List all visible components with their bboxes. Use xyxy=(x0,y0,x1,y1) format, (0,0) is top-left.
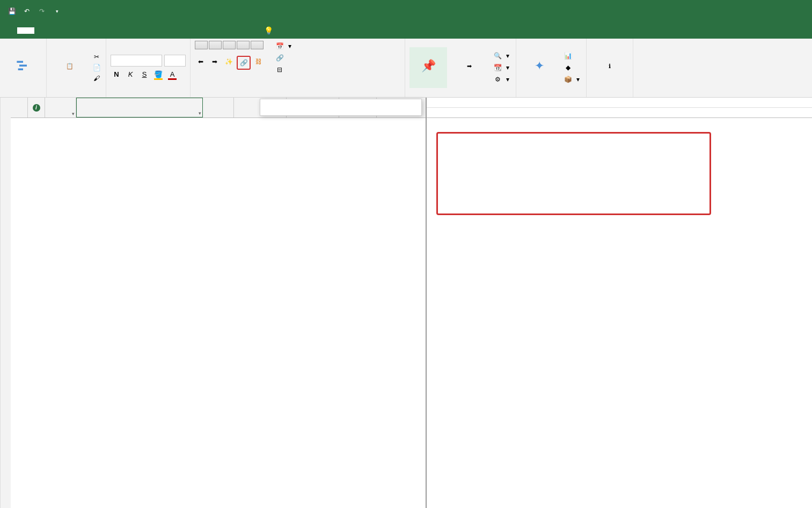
save-icon[interactable]: 💾 xyxy=(5,5,18,18)
svg-rect-0 xyxy=(17,61,23,63)
ribbon: 📋 ✂ 📄 🖌 N K S 🪣 xyxy=(0,39,812,98)
group-portapapeles: 📋 ✂ 📄 🖌 xyxy=(47,39,106,97)
tab-recurso[interactable] xyxy=(34,27,52,34)
update-schedule-button[interactable]: 📅 ▾ xyxy=(273,41,294,51)
tab-vista[interactable] xyxy=(86,27,103,34)
group-programacion: ⬅ ➡ ✨ 🔗 ⛓ 📅 ▾ 🔗 ⊟ xyxy=(191,39,405,97)
tab-formato[interactable] xyxy=(174,27,191,34)
mode-icon: ⚙ xyxy=(493,75,502,84)
bold-button[interactable]: N xyxy=(111,69,122,80)
title-bar: 💾 ↶ ↷ ▾ xyxy=(0,0,812,23)
col-mode[interactable]: ▾ xyxy=(45,98,76,117)
info-icon: ℹ xyxy=(601,58,618,75)
paste-button[interactable]: 📋 xyxy=(51,47,89,88)
pct-0-button[interactable] xyxy=(195,41,208,49)
ribbon-tabs: 💡 xyxy=(0,23,812,39)
undo-icon[interactable]: ↶ xyxy=(20,5,33,18)
col-info[interactable]: i xyxy=(28,98,45,117)
deactivate-button[interactable]: ⊟ xyxy=(273,64,294,75)
tell-me-search[interactable]: 💡 xyxy=(255,23,285,38)
svg-rect-1 xyxy=(19,64,27,67)
font-name-input[interactable] xyxy=(111,55,162,67)
info-header-icon: i xyxy=(33,104,40,112)
deactivate-icon: ⊟ xyxy=(275,65,284,74)
update-icon: 📅 xyxy=(275,42,284,50)
main-area: i ▾ ▾ xyxy=(0,98,812,508)
link-tasks-button[interactable]: 🔗 xyxy=(237,56,251,70)
mode-button[interactable]: ⚙ ▾ xyxy=(491,74,511,85)
group-tareas: 📌 ➡ 🔍 ▾ 📆 ▾ ⚙ ▾ xyxy=(405,39,516,97)
percent-complete-buttons xyxy=(195,41,265,49)
milestone-icon: ◆ xyxy=(564,63,572,72)
unlink-tasks-icon[interactable]: ⛓ xyxy=(253,56,265,68)
deliverable-icon: 📦 xyxy=(564,75,572,84)
group-propiedades: ℹ xyxy=(587,39,633,97)
tab-archivo[interactable] xyxy=(0,27,17,34)
task-icon: ✦ xyxy=(531,58,548,75)
tab-ayuda[interactable] xyxy=(103,27,120,34)
move-icon: 📆 xyxy=(493,63,502,72)
view-label xyxy=(0,98,11,508)
font-size-input[interactable] xyxy=(164,55,186,67)
respect-links-button[interactable]: 🔗 xyxy=(273,53,294,63)
italic-button[interactable]: K xyxy=(125,69,136,80)
auto-schedule-icon: ➡ xyxy=(460,58,478,75)
cut-icon[interactable]: ✂ xyxy=(92,52,101,62)
group-insertar: ✦ 📊 ◆ 📦 ▾ xyxy=(516,39,587,97)
tab-tarea[interactable] xyxy=(17,27,34,34)
insert-summary-button[interactable]: 📊 xyxy=(561,50,582,61)
indent-icon[interactable]: ➡ xyxy=(209,56,221,68)
links-icon: 🔗 xyxy=(275,54,284,62)
group-ver xyxy=(0,39,47,97)
pin-icon: 📌 xyxy=(420,58,437,75)
auto-schedule-button[interactable]: ➡ xyxy=(450,47,488,88)
information-button[interactable]: ℹ xyxy=(591,47,628,88)
clipboard-icon: 📋 xyxy=(61,58,78,75)
group-fuente: N K S 🪣 A xyxy=(106,39,191,97)
fill-color-button[interactable]: 🪣 xyxy=(152,69,164,80)
svg-rect-2 xyxy=(18,68,23,70)
pct-25-button[interactable] xyxy=(209,41,222,49)
qat-dropdown-icon[interactable]: ▾ xyxy=(50,5,63,18)
copy-icon[interactable]: 📄 xyxy=(92,63,101,72)
timeline-header xyxy=(427,98,812,118)
insert-deliverable-button[interactable]: 📦 ▾ xyxy=(561,74,582,85)
underline-button[interactable]: S xyxy=(138,69,150,80)
font-color-button[interactable]: A xyxy=(166,69,178,80)
split-task-icon[interactable]: ✨ xyxy=(223,56,235,68)
contextual-tab-label xyxy=(251,9,264,13)
insert-task-button[interactable]: ✦ xyxy=(521,47,558,88)
redo-icon[interactable]: ↷ xyxy=(35,5,48,18)
inspect-button[interactable]: 🔍 ▾ xyxy=(491,50,511,61)
quick-access-toolbar: 💾 ↶ ↷ ▾ xyxy=(0,5,69,18)
summary-icon: 📊 xyxy=(564,51,572,60)
format-painter-icon[interactable]: 🖌 xyxy=(92,73,101,83)
move-button[interactable]: 📆 ▾ xyxy=(491,62,511,73)
col-id[interactable] xyxy=(11,98,28,117)
schedule-manually-button[interactable]: 📌 xyxy=(409,47,447,88)
gantt-chart[interactable] xyxy=(427,98,812,508)
link-tasks-tooltip xyxy=(260,99,422,116)
outdent-icon[interactable]: ⬅ xyxy=(195,56,207,68)
tab-informe[interactable] xyxy=(52,27,69,34)
col-duration[interactable] xyxy=(203,98,234,117)
col-name[interactable]: ▾ xyxy=(76,98,203,117)
lightbulb-icon: 💡 xyxy=(264,26,273,35)
insert-milestone-button[interactable]: ◆ xyxy=(561,62,582,73)
pct-75-button[interactable] xyxy=(237,41,250,49)
highlight-box-gantt xyxy=(436,132,711,215)
gantt-chart-icon xyxy=(14,58,32,75)
pct-50-button[interactable] xyxy=(223,41,236,49)
task-table: i ▾ ▾ xyxy=(11,98,427,508)
inspect-icon: 🔍 xyxy=(493,51,502,60)
gantt-view-button[interactable] xyxy=(4,47,42,88)
pct-100-button[interactable] xyxy=(251,41,264,49)
tab-proyecto[interactable] xyxy=(69,27,86,34)
